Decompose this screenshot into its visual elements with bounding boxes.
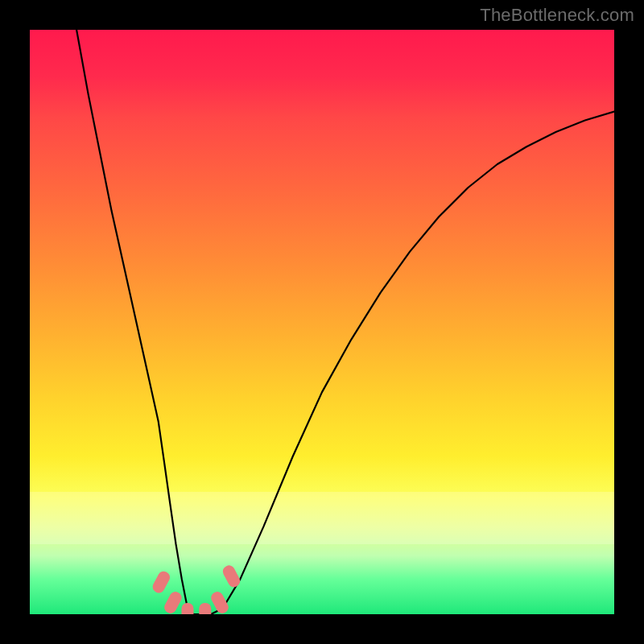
curve-marker xyxy=(163,590,184,614)
curve-marker xyxy=(182,603,194,614)
curve-layer xyxy=(30,30,614,614)
watermark-text: TheBottleneck.com xyxy=(480,5,634,26)
plot-area xyxy=(30,30,614,614)
curve-marker xyxy=(221,564,242,589)
chart-frame: TheBottleneck.com xyxy=(0,0,644,644)
curve-marker xyxy=(209,590,230,614)
curve-marker xyxy=(199,603,211,614)
curve-marker xyxy=(151,569,171,595)
marker-group xyxy=(151,564,242,614)
bottleneck-curve xyxy=(76,30,614,614)
